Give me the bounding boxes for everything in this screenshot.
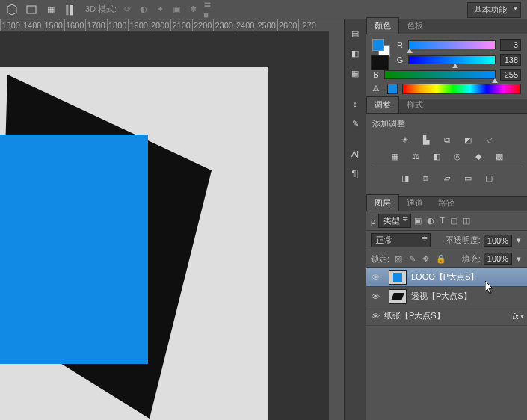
spectrum-strip[interactable] xyxy=(402,84,521,94)
g-slider[interactable] xyxy=(408,55,496,64)
opacity-value[interactable]: 100% xyxy=(484,235,512,247)
filter-kind-dropdown[interactable]: 类型 xyxy=(378,214,411,228)
gradient-map-icon[interactable]: ▭ xyxy=(461,172,475,184)
layer-thumbnail[interactable] xyxy=(389,289,407,304)
selective-color-icon[interactable]: ▢ xyxy=(482,172,496,184)
r-slider[interactable] xyxy=(408,40,496,49)
adjust-title: 添加调整 xyxy=(372,118,521,129)
fx-expand-icon[interactable]: ▾ xyxy=(520,312,524,320)
lut-icon[interactable]: ▩ xyxy=(493,150,506,162)
layers-panel-tabs: 图层 通道 路径 xyxy=(366,197,527,211)
tab-color[interactable]: 颜色 xyxy=(366,17,399,34)
posterize-icon[interactable]: ⧈ xyxy=(419,172,433,184)
tab-swatches[interactable]: 色板 xyxy=(399,18,431,34)
layer-item-paper[interactable]: 👁 纸张【P大点S】 fx ▾ xyxy=(366,306,527,326)
logo-layer-content xyxy=(0,135,148,364)
b-label: B xyxy=(372,70,380,79)
mode-icon-2[interactable]: ◐ xyxy=(138,4,150,16)
r-label: R xyxy=(396,40,404,49)
exposure-icon[interactable]: ◩ xyxy=(461,134,475,146)
brightness-icon[interactable]: ☀ xyxy=(398,134,412,146)
fill-value[interactable]: 100% xyxy=(484,253,512,265)
paragraph-icon[interactable]: ¶| xyxy=(352,169,359,178)
vibrance-icon[interactable]: ▽ xyxy=(482,134,496,146)
opacity-stepper[interactable]: ▾ xyxy=(515,235,523,245)
mode-icon-6[interactable]: 〓■ xyxy=(203,4,215,16)
character-icon[interactable]: A| xyxy=(351,149,359,158)
layer-fx-badge[interactable]: fx xyxy=(512,312,519,321)
ruler-tick: 1300 xyxy=(0,19,22,31)
fill-label: 填充: xyxy=(462,253,481,265)
3d-box-icon[interactable] xyxy=(6,4,18,16)
layer-item-perspective[interactable]: 👁 透视【P大点S】 xyxy=(366,287,527,306)
filter-type-icon[interactable]: T xyxy=(440,216,445,225)
gamut-warning-icon[interactable]: ⚠ xyxy=(372,84,383,94)
gamut-cube-icon[interactable] xyxy=(387,84,398,94)
fg-swatch[interactable] xyxy=(372,39,384,51)
tab-paths[interactable]: 路径 xyxy=(431,195,462,211)
layer-name[interactable]: LOGO【P大点S】 xyxy=(411,271,524,282)
3d-card-icon[interactable] xyxy=(25,4,37,16)
layer-thumbnail[interactable] xyxy=(389,270,407,285)
tab-channels[interactable]: 通道 xyxy=(399,195,431,211)
b-slider[interactable] xyxy=(384,70,496,79)
blend-mode-dropdown[interactable]: 正常 xyxy=(371,233,431,247)
curves-icon[interactable]: ⧉ xyxy=(440,134,454,146)
g-value[interactable]: 138 xyxy=(500,54,521,66)
lock-pixels-icon[interactable]: ▨ xyxy=(395,254,402,263)
lock-position-icon[interactable]: ✥ xyxy=(422,254,429,263)
layer-name[interactable]: 纸张【P大点S】 xyxy=(384,310,512,321)
lock-all-icon[interactable]: 🔒 xyxy=(436,254,446,263)
filter-shape-icon[interactable]: ▢ xyxy=(450,216,457,225)
visibility-icon[interactable]: 👁 xyxy=(366,292,384,301)
fill-stepper[interactable]: ▾ xyxy=(515,254,523,264)
mode-icon-3[interactable]: ✦ xyxy=(154,4,166,16)
ruler-tick: 270 xyxy=(298,19,320,31)
filter-smart-icon[interactable]: ◫ xyxy=(463,216,470,225)
3d-tool3-icon[interactable]: ▦ xyxy=(45,4,57,16)
visibility-icon[interactable]: 👁 xyxy=(366,312,384,321)
invert-icon[interactable]: ◨ xyxy=(398,172,412,184)
filter-icon[interactable]: ρ xyxy=(371,217,375,226)
ruler-tick: 2200 xyxy=(192,19,214,31)
r-value[interactable]: 3 xyxy=(500,39,521,51)
mode-icon-1[interactable]: ⟳ xyxy=(121,4,133,16)
tab-adjustments[interactable]: 调整 xyxy=(366,96,399,113)
lock-label: 锁定: xyxy=(371,253,389,265)
workspace-dropdown[interactable]: 基本功能 xyxy=(467,2,521,18)
mode-icon-5[interactable]: ✽ xyxy=(187,4,199,16)
bw-icon[interactable]: ◧ xyxy=(430,150,443,162)
ruler-tick: 1500 xyxy=(43,19,64,31)
history-icon[interactable]: ▤ xyxy=(351,28,359,38)
filter-adjust-icon[interactable]: ◐ xyxy=(427,216,434,225)
hue-icon[interactable]: ▦ xyxy=(388,150,401,162)
threshold-icon[interactable]: ▱ xyxy=(440,172,454,184)
right-panel-stack: 颜色 色板 R 3 G 138 B 255 ⚠ 调整 样式 xyxy=(366,19,527,420)
layers-panel: 图层 通道 路径 ρ 类型 ▣ ◐ T ▢ ◫ 正常 不透明度: 100% ▾ … xyxy=(366,196,527,420)
b-value[interactable]: 255 xyxy=(500,69,521,81)
canvas[interactable] xyxy=(0,31,329,420)
color-swatches[interactable] xyxy=(372,39,390,57)
actions-icon[interactable]: ▦ xyxy=(351,69,359,78)
filter-pixel-icon[interactable]: ▣ xyxy=(414,216,422,225)
brushes-icon[interactable]: ✎ xyxy=(352,119,359,129)
levels-icon[interactable]: ▙ xyxy=(419,134,433,146)
layer-item-logo[interactable]: 👁 LOGO【P大点S】 xyxy=(366,268,527,287)
brush-presets-icon[interactable]: ↕ xyxy=(353,99,357,108)
balance-icon[interactable]: ⚖ xyxy=(409,150,422,162)
properties-icon[interactable]: ◧ xyxy=(351,49,359,58)
ruler-tick: 2400 xyxy=(235,19,256,31)
mode-icon-4[interactable]: ▣ xyxy=(170,4,182,16)
tab-styles[interactable]: 样式 xyxy=(399,97,431,113)
color-panel-tabs: 颜色 色板 xyxy=(366,19,527,34)
photo-filter-icon[interactable]: ◎ xyxy=(451,150,464,162)
tab-layers[interactable]: 图层 xyxy=(366,194,399,211)
visibility-icon[interactable]: 👁 xyxy=(366,273,384,282)
layer-name[interactable]: 透视【P大点S】 xyxy=(411,291,524,302)
ruler-horizontal[interactable]: 1300 1400 1500 1600 1700 1800 1900 2000 … xyxy=(0,19,329,31)
channel-mixer-icon[interactable]: ◆ xyxy=(472,150,485,162)
3d-tool4-icon[interactable]: ║▌ xyxy=(64,4,76,16)
ruler-tick: 2300 xyxy=(213,19,235,31)
ruler-tick: 2600 xyxy=(277,19,299,31)
lock-brush-icon[interactable]: ✎ xyxy=(409,254,416,263)
